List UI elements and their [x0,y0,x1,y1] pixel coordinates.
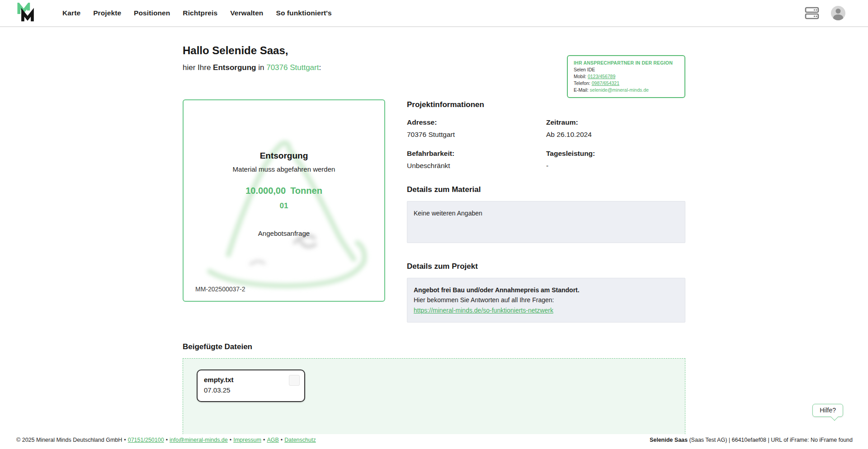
contact-mobile-link[interactable]: 0123/456789 [588,74,615,79]
project-type: Entsorgung [184,151,384,161]
footer-separator: • [263,437,265,443]
contact-email-link[interactable]: selenide@mineral-minds.de [590,87,649,93]
info-field-tagesleistung: Tagesleistung: - [546,150,685,170]
info-value: Ab 26.10.2024 [546,131,685,139]
material-details-box: Keine weiteren Angaben [407,201,685,243]
info-field-befahrbarkeit: Befahrbarkeit: Unbeschränkt [407,150,546,170]
contact-phone-label: Telefon: [574,80,592,86]
info-label: Adresse: [407,118,546,126]
nav-item-karte[interactable]: Karte [62,9,80,17]
footer-user-name: Selenide Saas [650,437,688,443]
page-content: Hallo Selenide Saas, hier Ihre Entsorgun… [183,44,685,449]
nav-item-positionen[interactable]: Positionen [134,9,170,17]
mineral-minds-logo-icon[interactable] [17,3,37,23]
avatar-head [836,9,841,14]
project-transport-note: Material muss abgefahren werden [184,165,384,173]
project-status: Angebotsanfrage [184,229,384,237]
top-nav-bar: Karte Projekte Positionen Richtpreis Ver… [0,0,868,27]
info-value: - [546,162,685,170]
material-details-text: Keine weiteren Angaben [414,210,482,217]
footer-impressum-link[interactable]: Impressum [233,437,261,443]
attached-files-title: Beigefügte Dateien [183,342,685,351]
footer-user-details: (Saas Test AG) | 66410efaef08 | URL of i… [688,437,853,443]
project-details-line: Hier bekommen Sie Antworten auf all Ihre… [414,295,679,305]
footer: © 2025 Mineral Minds Deutschland GmbH•07… [0,434,868,449]
contact-phone-link[interactable]: 0987/654321 [592,80,619,86]
contact-email-line: E-Mail: selenide@mineral-minds.de [574,87,679,93]
footer-email-link[interactable]: info@mineral-minds.de [170,437,228,443]
footer-left: © 2025 Mineral Minds Deutschland GmbH•07… [16,437,316,443]
file-name: empty.txt [204,376,298,384]
contact-mobile-label: Mobil: [574,74,588,79]
footer-separator: • [124,437,126,443]
info-value: Unbeschränkt [407,162,546,170]
contact-partner-card: IHR ANSPRECHPARTNER IN DER REGION Selen … [567,55,685,98]
amount-unit: Tonnen [290,186,322,196]
position-count: 01 [184,201,384,210]
footer-separator: • [281,437,283,443]
footer-user-info: Selenide Saas (Saas Test AG) | 66410efae… [650,437,853,443]
file-card[interactable]: empty.txt 07.03.25 [197,369,305,402]
greeting-prefix: hier Ihre [183,63,213,72]
project-card-content: Entsorgung Material muss abgefahren werd… [184,100,384,237]
project-amount: 10.000,00Tonnen [184,186,384,196]
info-field-adresse: Adresse: 70376 Stuttgart [407,118,546,139]
material-details-title: Details zum Material [407,185,685,194]
help-button[interactable]: Hilfe? [812,404,843,417]
project-info-column: Projektinformationen Adresse: 70376 Stut… [407,99,685,323]
amount-value: 10.000,00 [245,186,286,196]
contact-phone-line: Telefon: 0987/654321 [574,80,679,86]
user-avatar-icon[interactable] [831,6,845,20]
contact-card-title: IHR ANSPRECHPARTNER IN DER REGION [574,60,679,65]
footer-copyright: © 2025 Mineral Minds Deutschland GmbH [16,437,122,443]
greeting-suffix: : [319,63,321,72]
greeting-type: Entsorgung [213,63,256,72]
project-reference: MM-202500037-2 [195,285,245,293]
contact-name: Selen IDE [574,67,679,72]
file-date: 07.03.25 [204,386,298,394]
project-details-box: Angebot frei Bau und/oder Annahmepreis a… [407,278,685,323]
main-row: Entsorgung Material muss abgefahren werd… [183,99,685,323]
project-info-title: Projektinformationen [407,100,685,109]
project-card[interactable]: Entsorgung Material muss abgefahren werd… [183,99,385,302]
nav-item-richtpreis[interactable]: Richtpreis [183,9,217,17]
footer-separator: • [166,437,168,443]
greeting-mid: in [256,63,266,72]
footer-separator: • [230,437,231,443]
nav-item-verwalten[interactable]: Verwalten [230,9,263,17]
info-field-zeitraum: Zeitraum: Ab 26.10.2024 [546,118,685,139]
avatar-shoulders [833,14,843,20]
greeting-location: 70376 Stuttgart [266,63,319,72]
header-actions [805,6,845,20]
server-stack-icon[interactable] [805,7,819,19]
project-details-bold-line: Angebot frei Bau und/oder Annahmepreis a… [414,285,679,295]
file-checkbox[interactable] [289,375,300,386]
project-details-title: Details zum Projekt [407,262,685,271]
attached-files-section: Beigefügte Dateien empty.txt 07.03.25 [183,342,685,449]
main-nav: Karte Projekte Positionen Richtpreis Ver… [62,9,332,17]
info-label: Zeitraum: [546,118,685,126]
contact-email-label: E-Mail: [574,87,590,93]
info-label: Befahrbarkeit: [407,150,546,158]
info-value: 70376 Stuttgart [407,131,546,139]
nav-item-so-funktionierts[interactable]: So funktioniert's [276,9,331,17]
footer-agb-link[interactable]: AGB [267,437,278,443]
info-label: Tagesleistung: [546,150,685,158]
project-info-grid: Adresse: 70376 Stuttgart Zeitraum: Ab 26… [407,118,685,170]
nav-item-projekte[interactable]: Projekte [93,9,121,17]
footer-datenschutz-link[interactable]: Datenschutz [284,437,316,443]
contact-mobile-line: Mobil: 0123/456789 [574,74,679,79]
footer-phone-link[interactable]: 07151/250100 [128,437,164,443]
project-details-link[interactable]: https://mineral-minds.de/so-funktioniert… [414,307,553,314]
